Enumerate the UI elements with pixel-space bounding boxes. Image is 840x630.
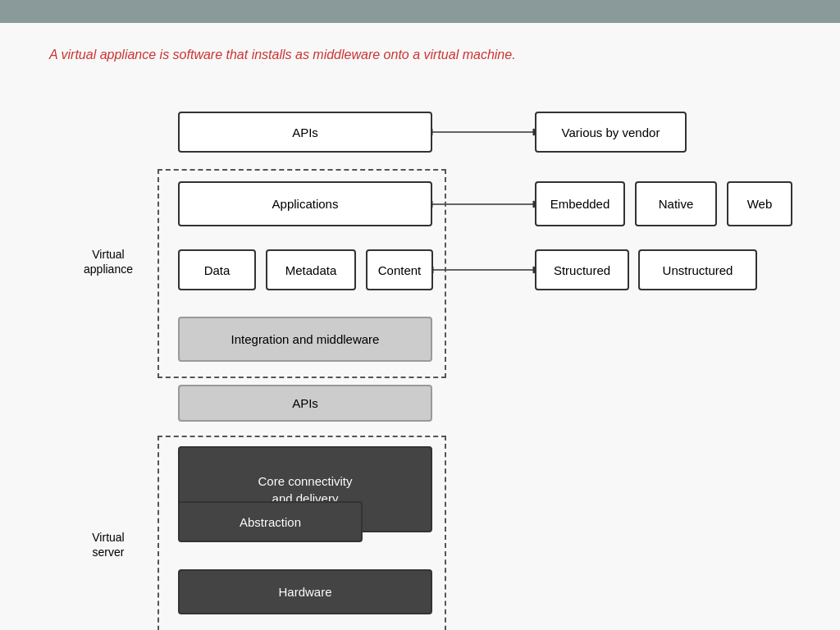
embedded-box: Embedded <box>535 181 625 226</box>
native-box: Native <box>635 181 717 226</box>
content-area: A virtual appliance is software that ins… <box>0 23 840 630</box>
top-bar <box>0 0 840 23</box>
integration-box: Integration and middleware <box>178 317 432 362</box>
content-box: Content <box>366 249 433 290</box>
unstructured-box: Unstructured <box>638 249 757 290</box>
data-box: Data <box>178 249 256 290</box>
apis-top-box: APIs <box>178 112 432 153</box>
subtitle-text: A virtual appliance is software that ins… <box>49 48 791 62</box>
virtual-appliance-label: Virtual appliance <box>75 247 141 276</box>
structured-box: Structured <box>535 249 629 290</box>
apis-mid-box: APIs <box>178 385 432 422</box>
metadata-box: Metadata <box>266 249 356 290</box>
applications-box: Applications <box>178 181 432 226</box>
virtual-server-label: Virtual server <box>75 530 141 559</box>
diagram: APIs Various by vendor Applications Embe… <box>51 87 789 620</box>
abstraction-box: Abstraction <box>178 501 363 542</box>
hardware-box: Hardware <box>178 569 432 614</box>
various-vendor-box: Various by vendor <box>535 112 687 153</box>
web-box: Web <box>727 181 792 226</box>
